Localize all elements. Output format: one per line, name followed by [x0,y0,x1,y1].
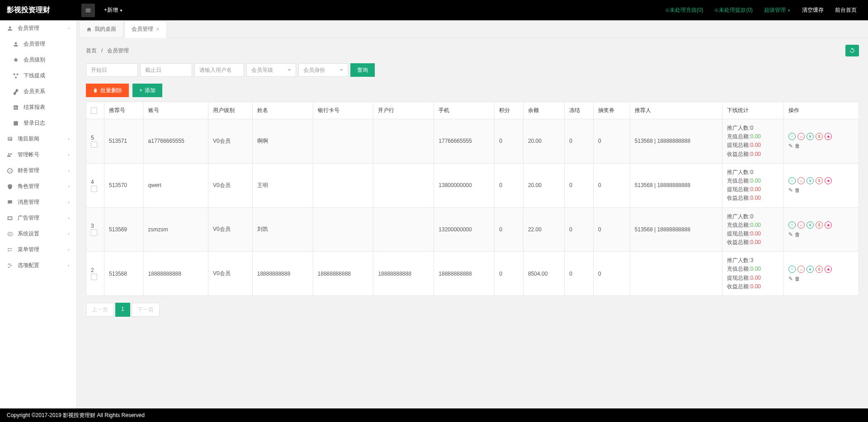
chevron-right-icon [66,200,71,205]
yen-icon[interactable]: ¥ [807,133,814,140]
nav-sub-downline[interactable]: 下线提成 [0,68,76,84]
table-row: 3 513569 zsmzsm V0会员 刘凯 13200000000 0 22… [86,207,859,252]
user-icon [13,41,19,47]
top-header: 影视投资理财 +新增 ⊙未处理充值(0) ⊙未处理提款(0) 超级管理▼ 清空缓… [0,0,868,20]
yen-icon[interactable]: ¥ [807,266,814,273]
tree-icon [13,73,19,79]
yen-icon[interactable]: ¥ [807,177,814,184]
nav-option[interactable]: 选项配置 [0,258,76,273]
chevron-right-icon [66,137,71,141]
nav-sub-member-mgmt[interactable]: 会员管理 [0,36,76,52]
tag-icon[interactable]: ◈ [825,177,832,184]
nav-menu[interactable]: 菜单管理 [0,242,76,258]
row-checkbox[interactable] [91,230,97,236]
chevron-right-icon [66,184,71,189]
chevron-right-icon [66,216,71,220]
delete-icon[interactable]: 🗑 [795,187,800,193]
dollar-icon[interactable]: $ [816,177,823,184]
arrow-up-icon[interactable]: ↑ [788,177,796,184]
nav-message[interactable]: 消息管理 [0,194,76,210]
nav-manage-account[interactable]: 管理帐号 [0,147,76,163]
prev-page-button[interactable]: 上一页 [86,303,114,317]
select-all-checkbox[interactable] [91,108,97,114]
nav-sub-login-log[interactable]: 登录日志 [0,115,76,131]
arrow-up-icon[interactable]: ↑ [788,221,796,229]
nav-sub-settlement[interactable]: 结算报表 [0,99,76,115]
money-icon: ¥ [7,168,13,174]
add-button[interactable]: + 添加 [132,84,162,97]
breadcrumb-current: 会员管理 [107,47,129,55]
chevron-down-icon [66,26,71,31]
delete-icon[interactable]: 🗑 [795,143,800,149]
sliders-icon [7,263,13,269]
pagination: 上一页 1 下一页 [86,303,859,317]
dollar-icon[interactable]: $ [816,133,823,140]
next-page-button[interactable]: 下一页 [132,303,160,317]
nav-member-management[interactable]: 会员管理 [0,20,76,36]
arrow-up-icon[interactable]: ↑ [788,133,796,140]
edit-icon[interactable]: ✎ [788,143,793,149]
page-1-button[interactable]: 1 [115,303,130,317]
user-icon [7,25,13,32]
member-level-select[interactable]: 会员等级 [246,63,296,77]
logo: 影视投资理财 [0,5,77,15]
trash-icon [93,88,98,93]
tab-bar: 我的桌面 会员管理 × [77,20,868,38]
chevron-right-icon [66,248,71,252]
badge-icon [13,57,19,63]
tab-desktop[interactable]: 我的桌面 [79,20,123,38]
start-date-input[interactable]: 开始日 [86,63,138,77]
breadcrumb-home[interactable]: 首页 [86,47,97,55]
dollar-icon[interactable]: $ [816,266,823,273]
dollar-icon[interactable]: $ [816,221,823,229]
chevron-right-icon [66,153,71,157]
nav-system[interactable]: 系统设置 [0,226,76,242]
row-checkbox[interactable] [91,186,97,192]
nav-role[interactable]: 角色管理 [0,178,76,194]
nav-sub-member-level[interactable]: 会员级别 [0,52,76,68]
search-button[interactable]: 查询 [350,63,375,77]
nav-project-news[interactable]: 项目新闻 [0,131,76,147]
refresh-button[interactable] [845,45,859,56]
tag-icon[interactable]: ◈ [825,133,832,140]
username-input[interactable]: 请输入用户名 [194,63,244,77]
end-date-input[interactable]: 截止日 [140,63,192,77]
table-row: 4 513570 qwert V0会员 王明 13800000000 0 20.… [86,163,859,207]
chevron-right-icon [66,263,71,268]
nav-ad[interactable]: 广告管理 [0,210,76,226]
zoom-icon[interactable]: ⌕ [797,133,805,140]
frontend-link[interactable]: 前台首页 [835,6,857,14]
news-icon [7,136,13,142]
add-new-dropdown[interactable]: +新增 [99,6,127,14]
zoom-icon[interactable]: ⌕ [797,177,805,184]
delete-icon[interactable]: 🗑 [795,231,800,238]
clear-cache-link[interactable]: 清空缓存 [802,6,824,14]
tab-member-mgmt[interactable]: 会员管理 × [124,20,167,38]
table-row: 2 513568 18888888888 V0会员 18888888888 18… [86,252,859,296]
zoom-icon[interactable]: ⌕ [797,221,805,229]
pending-withdraw-link[interactable]: ⊙未处理提款(0) [714,6,753,14]
zoom-icon[interactable]: ⌕ [797,266,805,273]
close-icon[interactable]: × [156,26,160,33]
row-checkbox[interactable] [91,274,97,280]
batch-delete-button[interactable]: 批量删除 [86,84,129,97]
yen-icon[interactable]: ¥ [807,221,814,229]
row-checkbox[interactable] [91,141,97,148]
delete-icon[interactable]: 🗑 [795,276,800,282]
sidebar: 会员管理 会员管理 会员级别 下线提成 会员关系 结算报表 登录日志 项目新闻 … [0,20,77,408]
super-admin-dropdown[interactable]: 超级管理▼ [764,6,791,14]
arrow-up-icon[interactable]: ↑ [788,266,796,273]
tag-icon[interactable]: ◈ [825,221,832,229]
tag-icon[interactable]: ◈ [825,266,832,273]
hamburger-icon [85,7,91,14]
edit-icon[interactable]: ✎ [788,276,793,282]
member-identity-select[interactable]: 会员身份 [298,63,348,77]
nav-finance[interactable]: ¥财务管理 [0,163,76,178]
pending-recharge-link[interactable]: ⊙未处理充值(0) [665,6,703,14]
users-icon [7,152,13,158]
edit-icon[interactable]: ✎ [788,187,793,193]
nav-sub-relation[interactable]: 会员关系 [0,84,76,99]
edit-icon[interactable]: ✎ [788,231,793,238]
chevron-right-icon [66,169,71,173]
sidebar-toggle[interactable] [81,4,95,17]
